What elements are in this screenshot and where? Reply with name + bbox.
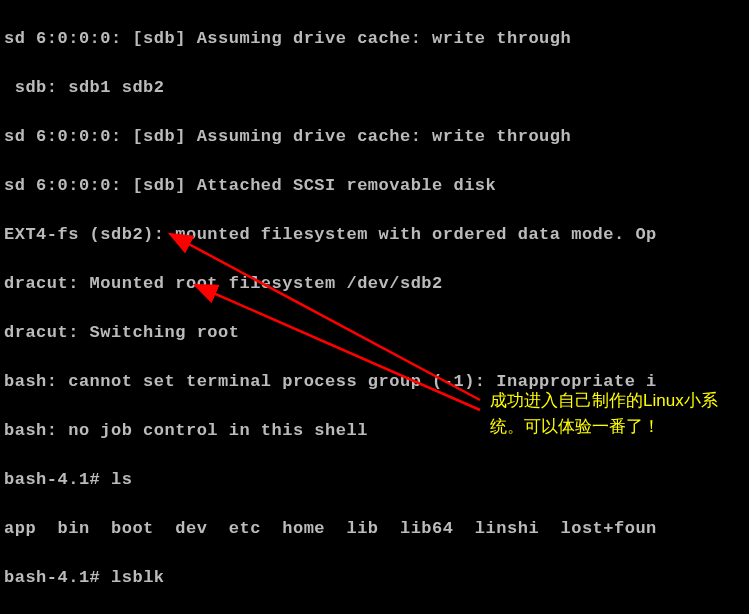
boot-line: dracut: Switching root bbox=[4, 321, 745, 346]
command-ls: ls bbox=[111, 470, 132, 489]
boot-line: sdb: sdb1 sdb2 bbox=[4, 76, 745, 101]
shell-prompt: bash-4.1# bbox=[4, 568, 111, 587]
boot-line: sd 6:0:0:0: [sdb] Attached SCSI removabl… bbox=[4, 174, 745, 199]
annotation-line: 成功进入自己制作的Linux小系 bbox=[490, 388, 718, 414]
boot-line: EXT4-fs (sdb2): mounted filesystem with … bbox=[4, 223, 745, 248]
boot-line: sd 6:0:0:0: [sdb] Assuming drive cache: … bbox=[4, 125, 745, 150]
annotation-line: 统。可以体验一番了！ bbox=[490, 414, 718, 440]
boot-line: dracut: Mounted root filesystem /dev/sdb… bbox=[4, 272, 745, 297]
shell-prompt: bash-4.1# bbox=[4, 470, 111, 489]
command-line[interactable]: bash-4.1# ls bbox=[4, 468, 745, 493]
boot-line: sd 6:0:0:0: [sdb] Assuming drive cache: … bbox=[4, 27, 745, 52]
ls-output: app bin boot dev etc home lib lib64 lins… bbox=[4, 517, 745, 542]
command-line[interactable]: bash-4.1# lsblk bbox=[4, 566, 745, 591]
annotation-text: 成功进入自己制作的Linux小系 统。可以体验一番了！ bbox=[490, 388, 718, 439]
command-lsblk: lsblk bbox=[111, 568, 165, 587]
terminal-output: sd 6:0:0:0: [sdb] Assuming drive cache: … bbox=[0, 0, 749, 614]
